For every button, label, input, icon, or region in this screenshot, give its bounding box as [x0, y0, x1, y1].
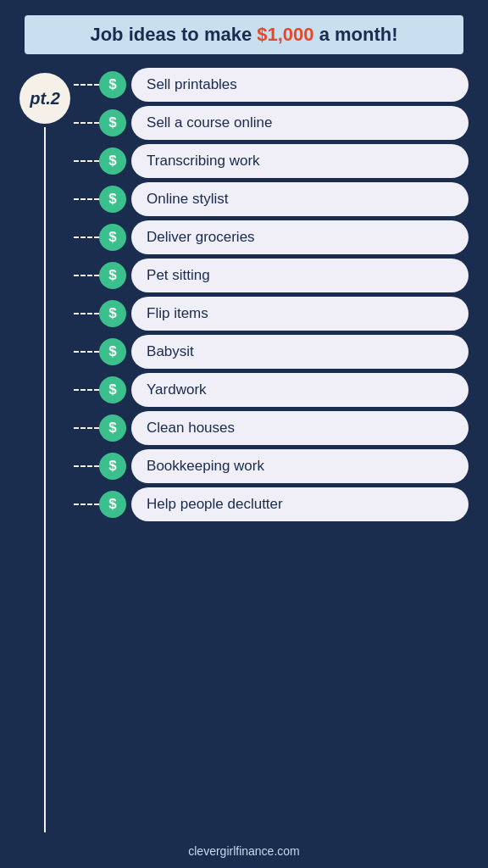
dashed-connector	[74, 389, 99, 391]
header-title: Job ideas to make $1,000 a month!	[38, 24, 450, 46]
items-list: $Sell printables$Sell a course online$Tr…	[74, 68, 469, 841]
list-item: $Sell a course online	[74, 106, 469, 140]
list-item: $Help people declutter	[74, 487, 469, 521]
dollar-icon: $	[99, 147, 126, 175]
dashed-connector	[74, 313, 99, 314]
item-card: Sell a course online	[131, 106, 469, 140]
item-card: Flip items	[131, 297, 469, 331]
dollar-icon: $	[99, 338, 126, 365]
list-item: $Yardwork	[74, 373, 469, 407]
item-card: Bookkeeping work	[131, 449, 469, 483]
list-item: $Clean houses	[74, 411, 469, 445]
dollar-icon: $	[99, 491, 126, 518]
list-item: $Sell printables	[74, 68, 469, 102]
list-item: $Pet sitting	[74, 259, 469, 292]
dashed-connector	[74, 504, 99, 505]
dashed-connector	[74, 84, 99, 86]
dashed-connector	[74, 351, 99, 353]
header-highlight: $1,000	[257, 24, 313, 45]
dashed-connector	[74, 427, 99, 429]
list-item: $Deliver groceries	[74, 220, 469, 254]
list-item: $Flip items	[74, 297, 469, 331]
dollar-icon: $	[99, 453, 126, 480]
item-card: Babysit	[131, 335, 469, 369]
item-card: Pet sitting	[131, 259, 469, 292]
list-item: $Babysit	[74, 335, 469, 369]
dollar-icon: $	[99, 109, 126, 136]
list-item: $Online stylist	[74, 182, 469, 216]
dollar-icon: $	[99, 71, 126, 98]
item-card: Help people declutter	[131, 487, 469, 521]
content-area: pt.2 $Sell printables$Sell a course onli…	[19, 68, 469, 841]
dollar-icon: $	[99, 186, 126, 213]
header-banner: Job ideas to make $1,000 a month!	[25, 15, 463, 54]
footer: clevergirlfinance.com	[188, 844, 300, 858]
item-card: Online stylist	[131, 182, 469, 216]
dashed-connector	[74, 236, 99, 238]
dashed-connector	[74, 160, 99, 162]
dashed-connector	[74, 275, 99, 276]
dashed-connector	[74, 465, 99, 467]
left-column: pt.2	[19, 68, 70, 841]
item-card: Transcribing work	[131, 144, 469, 178]
item-card: Clean houses	[131, 411, 469, 445]
dollar-icon: $	[99, 300, 126, 327]
item-card: Sell printables	[131, 68, 469, 102]
dollar-icon: $	[99, 224, 126, 251]
header-suffix: a month!	[314, 24, 398, 45]
dashed-connector	[74, 198, 99, 200]
item-card: Yardwork	[131, 373, 469, 407]
dollar-icon: $	[99, 415, 126, 442]
dollar-icon: $	[99, 262, 126, 289]
vertical-connector	[44, 127, 46, 832]
dashed-connector	[74, 122, 99, 124]
dollar-icon: $	[99, 376, 126, 403]
header-prefix: Job ideas to make	[90, 24, 257, 45]
item-card: Deliver groceries	[131, 220, 469, 254]
list-item: $Bookkeeping work	[74, 449, 469, 483]
pt2-badge: pt.2	[19, 73, 70, 124]
list-item: $Transcribing work	[74, 144, 469, 178]
